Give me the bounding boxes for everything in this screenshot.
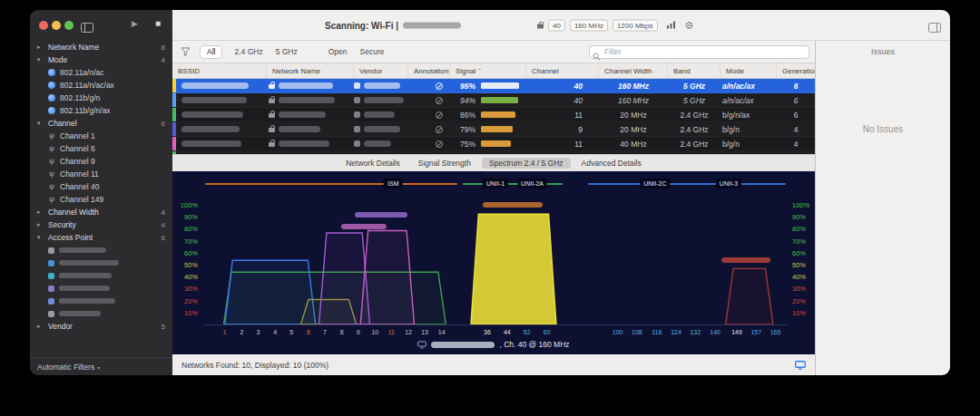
- scan-settings-gear-icon[interactable]: [684, 20, 694, 30]
- close-window-button[interactable]: [39, 21, 48, 30]
- disclosure-icon[interactable]: ▸: [37, 221, 44, 228]
- sidebar-toggle-icon[interactable]: [81, 20, 93, 36]
- spectrum-network-shape[interactable]: [726, 268, 773, 324]
- band-header: ISMUNII-1UNII-2AUNII-2CUNII-3: [203, 177, 788, 191]
- sidebar-group-vendor[interactable]: ▸Vendor5: [30, 320, 172, 333]
- filter-24ghz-button[interactable]: 2.4 GHz: [228, 45, 269, 59]
- sidebar-item-redacted[interactable]: [30, 282, 172, 295]
- sidebar-item-802-11a-n-ac-ax[interactable]: 802.11a/n/ac/ax: [30, 79, 172, 92]
- bssid-cell: [176, 108, 267, 121]
- sidebar-item-802-11a-n-ac[interactable]: 802.11a/n/ac: [30, 66, 172, 79]
- tab-spectrum[interactable]: Spectrum 2.4 / 5 GHz: [482, 158, 571, 169]
- column-header-channel-width[interactable]: Channel Width: [599, 63, 668, 78]
- channel-badge: 40: [548, 19, 565, 31]
- band-line: [205, 183, 457, 185]
- filter-secure-button[interactable]: Secure: [354, 45, 391, 59]
- start-scan-button[interactable]: ▶: [132, 19, 138, 28]
- column-header-annotations[interactable]: Annotations: [408, 63, 450, 78]
- tab-signal-strength[interactable]: Signal Strength: [411, 158, 478, 169]
- sidebar-item-channel-1[interactable]: ψChannel 1: [30, 130, 172, 142]
- column-header-generation[interactable]: Generation: [777, 63, 815, 78]
- channel-width-cell: 160 MHz: [599, 93, 668, 107]
- filter-funnel-icon[interactable]: [181, 47, 191, 56]
- sidebar-group-channel[interactable]: ▾Channel6: [30, 117, 172, 130]
- disclosure-icon[interactable]: ▸: [37, 323, 44, 330]
- signal-graph-icon[interactable]: [666, 21, 676, 30]
- sidebar-item-channel-9[interactable]: ψChannel 9: [30, 155, 172, 168]
- generation-cell: 6: [777, 79, 815, 92]
- signal-bar: [481, 111, 515, 118]
- disclosure-icon[interactable]: ▾: [37, 56, 44, 63]
- display-toggle-icon[interactable]: [795, 361, 806, 370]
- no-issues-text: No Issues: [816, 124, 950, 134]
- sidebar-group-network-name[interactable]: ▸Network Name8: [30, 41, 172, 53]
- sidebar-item-channel-11[interactable]: ψChannel 11: [30, 168, 172, 180]
- titlebar-sidebar-section: ▶ ■: [30, 10, 172, 41]
- disclosure-icon[interactable]: ▸: [37, 208, 44, 216]
- tab-network-details[interactable]: Network Details: [338, 158, 407, 169]
- disclosure-icon[interactable]: ▾: [37, 234, 44, 241]
- table-row[interactable]: 75%1140 MHz2.4 GHzb/g/n4: [172, 137, 815, 151]
- sidebar-item-redacted[interactable]: [30, 269, 172, 282]
- table-row[interactable]: 86%1120 MHz2.4 GHzb/g/n/ax6: [172, 108, 815, 122]
- sidebar-item-redacted[interactable]: [30, 244, 172, 256]
- column-header-mode[interactable]: Mode: [720, 63, 777, 78]
- redacted-text: [279, 126, 320, 132]
- bssid-cell: [176, 137, 267, 150]
- sidebar-item-redacted[interactable]: [30, 307, 172, 320]
- sidebar-item-redacted[interactable]: [30, 256, 172, 269]
- sidebar-item-channel-149[interactable]: ψChannel 149: [30, 193, 172, 206]
- no-annotation-icon: [436, 111, 443, 119]
- column-header-network-name[interactable]: Network Name: [267, 63, 354, 78]
- sidebar-group-access-point[interactable]: ▾Access Point6: [30, 231, 172, 244]
- annotations-cell: [408, 137, 450, 150]
- sidebar-item-802-11b-g-n-ax[interactable]: 802.11b/g/n/ax: [30, 104, 172, 117]
- sidebar-group-channel-width[interactable]: ▸Channel Width4: [30, 206, 172, 218]
- column-header-bssid[interactable]: BSSID: [172, 63, 267, 78]
- y-axis-label: 100%: [181, 201, 198, 210]
- column-header-channel[interactable]: Channel: [526, 63, 599, 78]
- sidebar-group-mode[interactable]: ▾Mode4: [30, 53, 172, 66]
- spectrum-network-shape[interactable]: [225, 260, 316, 324]
- sidebar-item-channel-40[interactable]: ψChannel 40: [30, 180, 172, 193]
- minimize-window-button[interactable]: [52, 21, 61, 30]
- automatic-filters-menu[interactable]: Automatic Filters ▾: [30, 357, 172, 375]
- column-header-signal[interactable]: Signal ˇ: [450, 63, 526, 78]
- issues-panel: Issues No Issues: [815, 41, 950, 375]
- right-panel-toggle-icon[interactable]: [928, 20, 941, 36]
- y-axis-label: 50%: [184, 261, 198, 270]
- disclosure-icon[interactable]: ▸: [37, 44, 44, 51]
- sidebar-item-redacted[interactable]: [30, 295, 172, 307]
- sidebar-group-count: 5: [162, 323, 165, 331]
- table-row[interactable]: 79%920 MHz2.4 GHzb/g/n4: [172, 122, 815, 137]
- redacted-selected-network-name: [431, 342, 495, 348]
- access-point-icon: [48, 247, 54, 254]
- filter-all-button[interactable]: All: [200, 45, 222, 59]
- sidebar-item-802-11b-g-n[interactable]: 802.11b/g/n: [30, 92, 172, 104]
- redacted-text: [59, 260, 119, 266]
- access-point-icon: [48, 298, 54, 305]
- column-header-vendor[interactable]: Vendor: [354, 63, 408, 78]
- channel-width-cell: 160 MHz: [599, 79, 668, 92]
- redacted-text: [181, 126, 240, 132]
- spectrum-network-shape[interactable]: [471, 214, 556, 324]
- search-input[interactable]: [589, 45, 809, 59]
- signal-cell: 86%: [450, 108, 526, 121]
- table-row[interactable]: 94%40160 MHz5 GHza/n/ac/ax6: [172, 93, 815, 108]
- y-axis-label: 20%: [792, 297, 806, 306]
- column-header-band[interactable]: Band: [668, 63, 720, 78]
- sidebar-group-security[interactable]: ▸Security4: [30, 218, 172, 231]
- y-axis-label: 90%: [792, 213, 806, 222]
- disclosure-icon[interactable]: ▾: [37, 120, 44, 127]
- sidebar-group-label: Network Name: [48, 43, 158, 52]
- table-row[interactable]: 95%40160 MHz5 GHza/n/ac/ax6: [172, 79, 815, 93]
- stop-scan-button[interactable]: ■: [155, 18, 161, 28]
- filter-open-button[interactable]: Open: [322, 45, 354, 59]
- filter-5ghz-button[interactable]: 5 GHz: [270, 45, 304, 59]
- redacted-connected-network-name: [403, 22, 461, 28]
- band-cell: 5 GHz: [668, 79, 720, 92]
- zoom-window-button[interactable]: [64, 21, 74, 30]
- sidebar-item-channel-6[interactable]: ψChannel 6: [30, 142, 172, 155]
- spectrum-network-shape[interactable]: [360, 230, 414, 324]
- tab-advanced-details[interactable]: Advanced Details: [574, 158, 649, 169]
